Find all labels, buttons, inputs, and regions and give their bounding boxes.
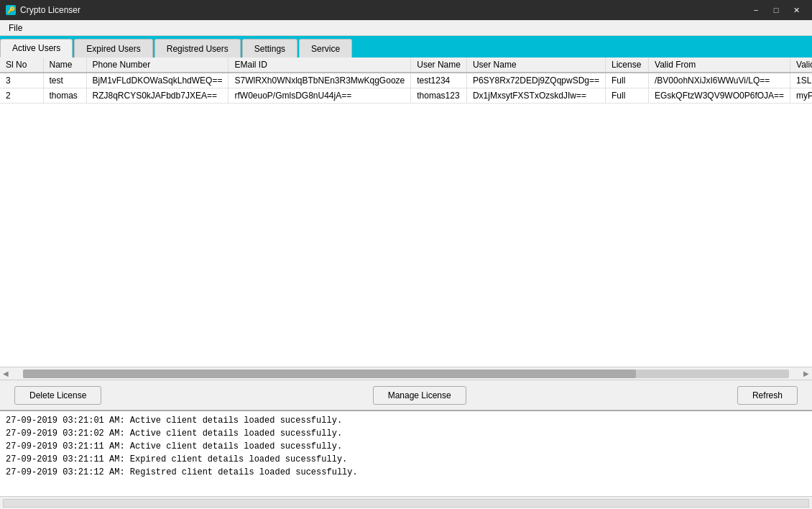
horizontal-scrollbar[interactable]: ◀ ▶ xyxy=(0,367,812,380)
refresh-button[interactable]: Refresh xyxy=(737,386,798,405)
table-cell: rfW0euoP/GmlsDG8nU44jA== xyxy=(229,88,411,104)
log-line: 27-09-2019 03:21:02 AM: Active client de… xyxy=(6,427,806,440)
tab-service[interactable]: Service xyxy=(299,39,352,58)
manage-license-button[interactable]: Manage License xyxy=(373,386,466,405)
tab-active-users[interactable]: Active Users xyxy=(0,39,73,58)
menu-bar: File xyxy=(0,20,812,36)
scroll-thumb[interactable] xyxy=(23,370,636,378)
col-valid-from: Valid From xyxy=(649,58,790,73)
col-license: License xyxy=(606,58,649,73)
table-cell: thomas123 xyxy=(411,88,467,104)
table-cell: S7WlRXh0WNxlqBTbNEn3R3MwKqgGooze xyxy=(229,73,411,88)
table-cell: thomas xyxy=(43,88,86,104)
table-cell: Full xyxy=(606,88,649,104)
tab-registred-users[interactable]: Registred Users xyxy=(154,39,241,58)
log-line: 27-09-2019 03:21:01 AM: Active client de… xyxy=(6,414,806,427)
table-row[interactable]: 2thomasRZJ8qRCYS0kJAFbdb7JXEA==rfW0euoP/… xyxy=(0,88,812,104)
table-cell: /BV00ohNXiJxI6WWuVi/LQ== xyxy=(649,73,790,88)
app-title: Crypto Licenser xyxy=(20,5,80,15)
table-cell: myPocBwhNVZuIGDBBJhT xyxy=(790,88,812,104)
table-cell: test xyxy=(43,73,86,88)
tab-bar: Active Users Expired Users Registred Use… xyxy=(0,36,812,58)
users-table: Sl No Name Phone Number EMail ID User Na… xyxy=(0,58,812,104)
col-name: Name xyxy=(43,58,86,73)
tab-settings[interactable]: Settings xyxy=(242,39,297,58)
button-bar: Delete License Manage License Refresh xyxy=(0,380,812,410)
table-cell: Dx1jMxsytFXSTxOzskdJIw== xyxy=(466,88,605,104)
file-menu[interactable]: File xyxy=(3,22,28,35)
table-row[interactable]: 3testBjM1vFLdDKOWaSqkLhdWEQ==S7WlRXh0WNx… xyxy=(0,73,812,88)
status-bar xyxy=(0,496,812,509)
app-icon: 🔑 xyxy=(6,5,16,15)
table-cell: RZJ8qRCYS0kJAFbdb7JXEA== xyxy=(86,88,229,104)
table-cell: BjM1vFLdDKOWaSqkLhdWEQ== xyxy=(86,73,229,88)
table-cell: EGskQFtzW3QV9WO0P6fOJA== xyxy=(649,88,790,104)
table-cell: test1234 xyxy=(411,73,467,88)
table-cell: Full xyxy=(606,73,649,88)
maximize-button[interactable]: □ xyxy=(766,3,786,17)
table-cell: 2 xyxy=(0,88,43,104)
window-controls: − □ ✕ xyxy=(746,3,806,17)
scroll-left-btn[interactable]: ◀ xyxy=(0,370,11,377)
table-cell: 3 xyxy=(0,73,43,88)
col-slno: Sl No xyxy=(0,58,43,73)
tab-expired-users[interactable]: Expired Users xyxy=(74,39,152,58)
table-wrapper[interactable]: Sl No Name Phone Number EMail ID User Na… xyxy=(0,58,812,367)
col-valid-to: Valid To xyxy=(790,58,812,73)
table-cell: P6SY8Rx72DEDj9ZQqpwSDg== xyxy=(466,73,605,88)
log-line: 27-09-2019 03:21:12 AM: Registred client… xyxy=(6,466,806,479)
log-line: 27-09-2019 03:21:11 AM: Expired client d… xyxy=(6,453,806,466)
minimize-button[interactable]: − xyxy=(746,3,766,17)
main-content: Sl No Name Phone Number EMail ID User Na… xyxy=(0,58,812,509)
title-bar: 🔑 Crypto Licenser − □ ✕ xyxy=(0,0,812,20)
col-email: EMail ID xyxy=(229,58,411,73)
col-username1: User Name xyxy=(411,58,467,73)
delete-license-button[interactable]: Delete License xyxy=(14,386,101,405)
log-line: 27-09-2019 03:21:11 AM: Active client de… xyxy=(6,440,806,453)
log-area[interactable]: 27-09-2019 03:21:01 AM: Active client de… xyxy=(0,410,812,496)
table-header-row: Sl No Name Phone Number EMail ID User Na… xyxy=(0,58,812,73)
close-button[interactable]: ✕ xyxy=(786,3,806,17)
scroll-right-btn[interactable]: ▶ xyxy=(801,370,812,377)
col-username2: User Name xyxy=(466,58,605,73)
status-bar-inner xyxy=(3,499,809,508)
table-cell: 1SLhcAJQvoq418iQKt/FEQ xyxy=(790,73,812,88)
col-phone: Phone Number xyxy=(86,58,229,73)
scroll-track[interactable] xyxy=(23,370,789,378)
title-bar-left: 🔑 Crypto Licenser xyxy=(6,5,80,15)
